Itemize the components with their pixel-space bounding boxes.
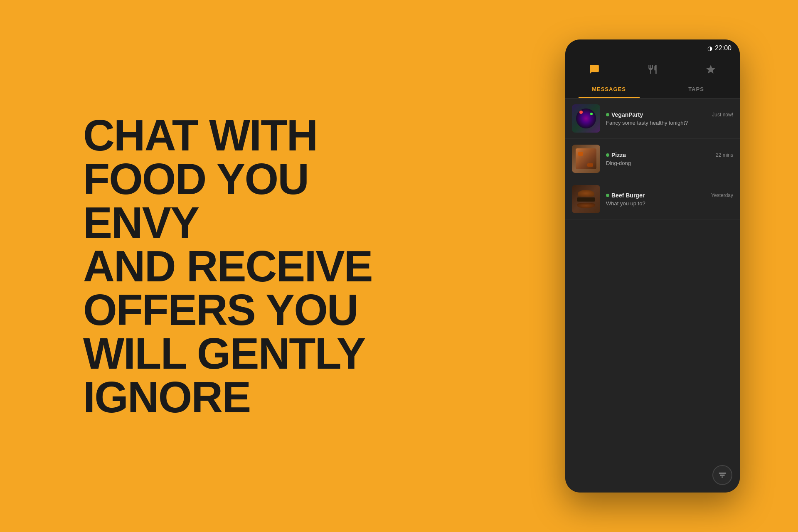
tab-icon-star[interactable] bbox=[700, 61, 721, 78]
message-time-burger: Yesterday bbox=[711, 192, 733, 198]
tab-messages[interactable]: MESSAGES bbox=[565, 81, 653, 98]
online-indicator-pizza bbox=[606, 153, 609, 157]
hero-headline: CHAT WITH FOOD YOU ENVY AND RECEIVE OFFE… bbox=[83, 113, 424, 419]
message-time-vegan: Just now! bbox=[712, 112, 733, 118]
tab-bar bbox=[565, 55, 740, 81]
sender-burger: Beef Burger bbox=[606, 192, 645, 199]
phone-body: VeganParty Just now! Fancy some tasty he… bbox=[565, 99, 740, 493]
tab-icon-chat[interactable] bbox=[584, 61, 605, 78]
message-preview-burger: What you up to? bbox=[606, 200, 733, 207]
nav-tabs: MESSAGES TAPS bbox=[565, 81, 740, 99]
battery-icon: ◑ bbox=[707, 45, 712, 52]
hero-section: CHAT WITH FOOD YOU ENVY AND RECEIVE OFFE… bbox=[83, 113, 424, 419]
sender-vegan: VeganParty bbox=[606, 111, 643, 118]
hero-line-4: OFFERS YOU bbox=[83, 286, 358, 334]
phone-mockup: ◑ 22:00 MESSAGES bbox=[565, 39, 740, 493]
tab-taps[interactable]: TAPS bbox=[653, 81, 740, 98]
avatar-burger bbox=[572, 185, 600, 213]
message-time-pizza: 22 mins bbox=[716, 152, 733, 158]
filter-fab-button[interactable] bbox=[712, 465, 732, 485]
avatar-vegan bbox=[572, 104, 600, 133]
main-layout: CHAT WITH FOOD YOU ENVY AND RECEIVE OFFE… bbox=[0, 0, 798, 532]
hero-line-2: FOOD YOU ENVY bbox=[83, 155, 308, 247]
hero-line-5: WILL GENTLY bbox=[83, 329, 365, 378]
message-header-vegan: VeganParty Just now! bbox=[606, 111, 733, 118]
status-bar: ◑ 22:00 bbox=[565, 39, 740, 55]
message-header-pizza: Pizza 22 mins bbox=[606, 152, 733, 158]
online-indicator-burger bbox=[606, 194, 609, 197]
filter-icon bbox=[718, 470, 727, 480]
hero-line-6: IGNORE bbox=[83, 373, 250, 421]
message-item-burger[interactable]: Beef Burger Yesterday What you up to? bbox=[565, 179, 740, 219]
message-preview-pizza: Ding-dong bbox=[606, 160, 733, 166]
hero-line-3: AND RECEIVE bbox=[83, 242, 372, 291]
message-header-burger: Beef Burger Yesterday bbox=[606, 192, 733, 199]
hero-line-1: CHAT WITH bbox=[83, 111, 317, 160]
message-content-vegan: VeganParty Just now! Fancy some tasty he… bbox=[606, 111, 733, 126]
message-item-pizza[interactable]: Pizza 22 mins Ding-dong bbox=[565, 139, 740, 179]
message-item-vegan[interactable]: VeganParty Just now! Fancy some tasty he… bbox=[565, 99, 740, 139]
sender-pizza: Pizza bbox=[606, 152, 626, 158]
message-list: VeganParty Just now! Fancy some tasty he… bbox=[565, 99, 740, 493]
status-time: 22:00 bbox=[715, 44, 732, 52]
tab-icon-utensils[interactable] bbox=[642, 61, 663, 78]
message-preview-vegan: Fancy some tasty healthy tonight? bbox=[606, 120, 733, 126]
message-content-burger: Beef Burger Yesterday What you up to? bbox=[606, 192, 733, 207]
avatar-pizza bbox=[572, 145, 600, 173]
online-indicator-vegan bbox=[606, 113, 609, 116]
message-content-pizza: Pizza 22 mins Ding-dong bbox=[606, 152, 733, 166]
